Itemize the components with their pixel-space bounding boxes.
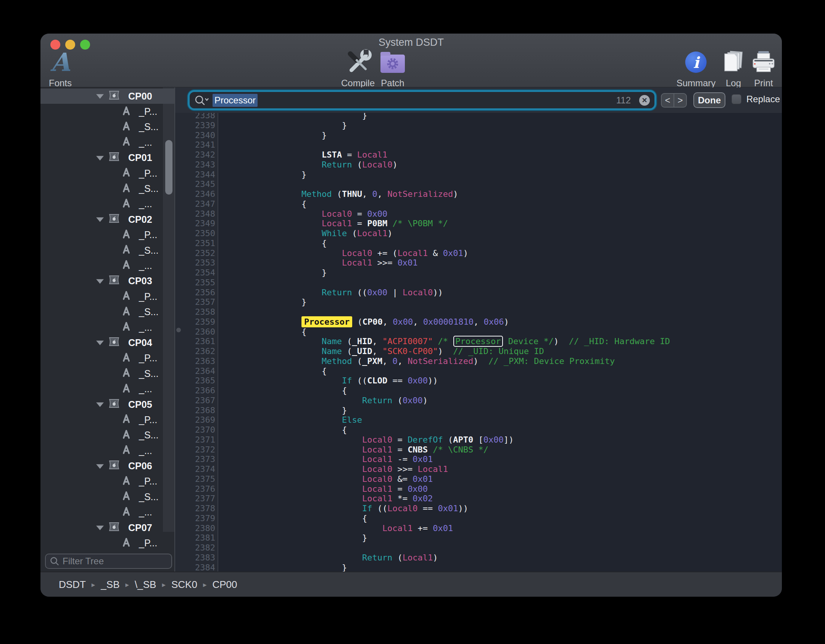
scope-icon xyxy=(108,460,120,472)
method-icon xyxy=(121,167,132,180)
disclosure-triangle-icon[interactable] xyxy=(96,94,104,99)
tree-item-s[interactable]: _S... xyxy=(40,181,174,196)
tree-item-[interactable]: _... xyxy=(40,196,174,212)
toolbar-item-label: Fonts xyxy=(49,78,72,89)
tree-item-p[interactable]: _P... xyxy=(40,351,174,366)
scope-icon xyxy=(108,90,120,102)
disclosure-triangle-icon[interactable] xyxy=(96,341,104,345)
code-editor[interactable]: 2338233923402341234223432344234523462347… xyxy=(175,113,782,572)
code-line: { xyxy=(241,386,782,396)
line-number: 2384 xyxy=(175,563,215,572)
code-lines[interactable]: } } } LSTA = Local1 Return (Local0) } Me… xyxy=(218,113,782,572)
tree-item-cp04[interactable]: CP04 xyxy=(40,335,174,350)
search-menu-icon[interactable] xyxy=(194,95,209,106)
tree-item-cp06[interactable]: CP06 xyxy=(40,458,174,473)
disclosure-triangle-icon[interactable] xyxy=(96,402,104,407)
tree-item-cp00[interactable]: CP00 xyxy=(40,89,174,104)
breadcrumb-item[interactable]: SCK0 xyxy=(171,579,197,591)
tree-item-s[interactable]: _S... xyxy=(40,428,174,443)
summary-toolbar-button[interactable]: iSummary xyxy=(677,47,716,89)
disclosure-triangle-icon[interactable] xyxy=(96,217,104,222)
disclosure-triangle-icon[interactable] xyxy=(96,156,104,160)
disclosure-triangle-icon[interactable] xyxy=(96,526,104,530)
method-icon xyxy=(121,244,132,257)
code-line: } xyxy=(241,563,782,572)
method-icon xyxy=(121,198,132,211)
tree-item-s[interactable]: _S... xyxy=(40,366,174,381)
print-toolbar-button[interactable]: Print xyxy=(751,47,777,89)
tree-item-p[interactable]: _P... xyxy=(40,227,174,243)
tree-item-s[interactable]: _S... xyxy=(40,304,174,319)
find-previous-button[interactable]: < xyxy=(662,94,674,107)
scope-icon xyxy=(108,152,120,164)
tree-item-label: _P... xyxy=(139,538,157,549)
find-next-button[interactable]: > xyxy=(674,94,686,107)
tree-item-[interactable]: _... xyxy=(40,443,174,458)
patch-toolbar-button[interactable]: Patch xyxy=(380,47,405,89)
filter-tree-input[interactable]: Filter Tree xyxy=(45,554,172,569)
line-number: 2366 xyxy=(175,386,215,396)
splitter-handle-icon[interactable] xyxy=(176,328,181,332)
line-number: 2351 xyxy=(175,238,215,248)
line-number: 2352 xyxy=(175,248,215,258)
tree-item-label: CP06 xyxy=(128,460,152,472)
code-line: Local0 &= 0x01 xyxy=(241,474,782,484)
tree-item-[interactable]: _... xyxy=(40,258,174,273)
code-line: Return (Local1) xyxy=(241,553,782,563)
method-icon xyxy=(121,321,132,334)
tree-item-s[interactable]: _S... xyxy=(40,119,174,135)
breadcrumb-item[interactable]: \_SB xyxy=(135,579,156,591)
tree-item-label: _S... xyxy=(139,306,158,317)
breadcrumb-item[interactable]: DSDT xyxy=(59,579,86,591)
code-line: Local1 += 0x01 xyxy=(241,523,782,533)
tree-item-[interactable]: _... xyxy=(40,505,174,520)
breadcrumb-separator-icon: ▸ xyxy=(162,580,166,589)
tree-item-label: CP00 xyxy=(128,91,152,102)
tree-item-p[interactable]: _P... xyxy=(40,535,174,551)
dsdt-tree[interactable]: CP00_P..._S..._...CP01_P..._S..._...CP02… xyxy=(40,87,174,552)
breadcrumb-item[interactable]: _SB xyxy=(101,579,119,591)
clear-search-icon[interactable]: ✕ xyxy=(639,95,650,106)
tree-item-cp07[interactable]: CP07 xyxy=(40,520,174,535)
tree-item-cp01[interactable]: CP01 xyxy=(40,150,174,166)
method-icon xyxy=(121,229,132,242)
tree-item-p[interactable]: _P... xyxy=(40,412,174,427)
replace-checkbox[interactable] xyxy=(732,94,741,104)
tree-item-s[interactable]: _S... xyxy=(40,489,174,504)
tree-item-s[interactable]: _S... xyxy=(40,243,174,258)
toolbar-item-label: Log xyxy=(726,78,741,89)
line-number: 2380 xyxy=(175,523,215,533)
tree-item-[interactable]: _... xyxy=(40,135,174,150)
method-icon xyxy=(121,475,132,488)
code-line: Name (_HID, "ACPI0007" /* Processor Devi… xyxy=(241,336,782,346)
compile-toolbar-button[interactable]: Compile xyxy=(341,47,375,89)
tree-item-cp02[interactable]: CP02 xyxy=(40,212,174,227)
breadcrumb-item[interactable]: CP00 xyxy=(212,579,237,591)
tree-item-cp03[interactable]: CP03 xyxy=(40,274,174,289)
tree-item-cp05[interactable]: CP05 xyxy=(40,397,174,412)
tree-item-p[interactable]: _P... xyxy=(40,474,174,489)
code-line: { xyxy=(241,514,782,523)
line-number: 2372 xyxy=(175,445,215,455)
tree-item-p[interactable]: _P... xyxy=(40,166,174,181)
tree-item-p[interactable]: _P... xyxy=(40,289,174,304)
search-match-highlight: Processor xyxy=(301,316,352,327)
patch-icon xyxy=(380,47,405,77)
log-toolbar-button[interactable]: Log xyxy=(721,47,746,89)
tree-item-label: _... xyxy=(139,198,152,209)
tree-item-[interactable]: _... xyxy=(40,320,174,335)
fonts-toolbar-button[interactable]: AFonts xyxy=(49,47,72,89)
tree-item-p[interactable]: _P... xyxy=(40,104,174,119)
disclosure-triangle-icon[interactable] xyxy=(96,464,104,469)
tree-item-[interactable]: _... xyxy=(40,381,174,396)
search-icon xyxy=(50,556,60,566)
done-button[interactable]: Done xyxy=(693,92,725,108)
disclosure-triangle-icon[interactable] xyxy=(96,279,104,284)
search-input[interactable]: Processor 112 ✕ xyxy=(190,92,654,108)
compile-icon xyxy=(344,47,372,77)
line-number: 2377 xyxy=(175,494,215,504)
tree-item-label: _S... xyxy=(139,183,158,194)
code-line: Local1 -= 0x01 xyxy=(241,454,782,464)
filter-placeholder: Filter Tree xyxy=(63,556,104,567)
code-line: Local0 >>= Local1 xyxy=(241,464,782,474)
